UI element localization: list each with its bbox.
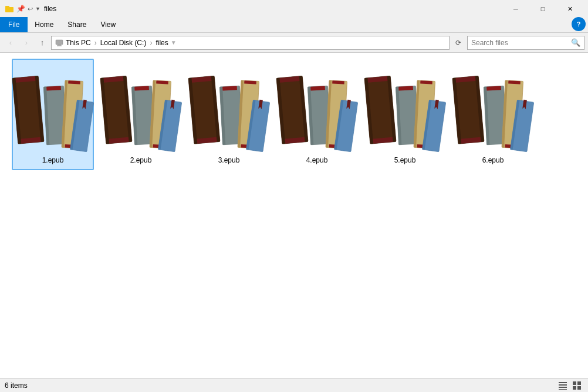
svg-rect-4 xyxy=(57,45,62,46)
content-area: CALIBRE Kovid Goyal xyxy=(0,53,588,378)
computer-icon xyxy=(55,39,63,47)
search-icon[interactable]: 🔍 xyxy=(571,38,580,47)
svg-rect-37 xyxy=(134,86,149,91)
svg-rect-16 xyxy=(46,86,61,91)
forward-button[interactable]: › xyxy=(19,36,33,50)
svg-rect-133 xyxy=(559,387,567,388)
tab-home[interactable]: Home xyxy=(28,17,60,32)
file-item[interactable]: CALIBRE Kovid Goyal xyxy=(12,59,94,170)
file-item[interactable]: CALIBRE Kovid Goyal xyxy=(100,59,182,170)
quick-access-undo[interactable]: ↩ xyxy=(28,5,33,13)
breadcrumb: This PC › Local Disk (C:) › files xyxy=(55,39,168,47)
help-button[interactable]: ? xyxy=(572,17,586,31)
svg-rect-62 xyxy=(244,80,256,85)
window-controls: ─ □ ✕ xyxy=(502,0,583,18)
file-grid: CALIBRE Kovid Goyal xyxy=(12,59,576,170)
view-icons xyxy=(556,379,583,392)
details-view-button[interactable] xyxy=(556,379,569,392)
svg-rect-83 xyxy=(332,80,344,85)
file-item[interactable]: CALIBRE Kovid Goyal xyxy=(188,59,270,170)
address-input[interactable]: This PC › Local Disk (C:) › files ▼ xyxy=(51,36,450,50)
file-item[interactable]: CALIBRE Kovid Goyal xyxy=(452,59,534,170)
minimize-button[interactable]: ─ xyxy=(502,0,529,18)
search-box[interactable]: 🔍 xyxy=(467,36,584,50)
tab-view[interactable]: View xyxy=(93,17,123,32)
file-name: 3.epub xyxy=(218,156,240,164)
item-count: 6 items xyxy=(5,381,28,390)
address-bar: ‹ › ↑ This PC › Local Disk (C:) › files … xyxy=(0,33,588,53)
svg-rect-20 xyxy=(68,80,80,85)
refresh-button[interactable]: ⟳ xyxy=(451,36,465,50)
file-name: 4.epub xyxy=(306,156,328,164)
search-input[interactable] xyxy=(471,39,569,47)
svg-rect-138 xyxy=(577,386,581,390)
close-button[interactable]: ✕ xyxy=(556,0,583,18)
svg-rect-131 xyxy=(559,382,567,383)
up-button[interactable]: ↑ xyxy=(35,36,49,50)
title-bar: 📌 ↩ ▼ files ─ □ ✕ xyxy=(0,0,588,18)
maximize-button[interactable]: □ xyxy=(529,0,556,18)
ribbon-tabs: File Home Share View ? xyxy=(0,18,588,33)
main-area: CALIBRE Kovid Goyal xyxy=(0,53,588,378)
crumb-thispc: This PC xyxy=(66,39,91,47)
svg-rect-58 xyxy=(222,86,237,91)
file-item[interactable]: CALIBRE Kovid Goyal xyxy=(276,59,358,170)
large-icons-view-button[interactable] xyxy=(570,379,583,392)
file-name: 5.epub xyxy=(394,156,416,164)
file-name: 1.epub xyxy=(42,156,64,164)
back-button[interactable]: ‹ xyxy=(4,36,18,50)
window-title: files xyxy=(44,5,499,13)
svg-rect-2 xyxy=(56,40,63,45)
svg-rect-137 xyxy=(573,386,576,390)
svg-rect-3 xyxy=(58,45,61,46)
app-icon xyxy=(5,4,14,13)
svg-rect-100 xyxy=(398,86,413,91)
quick-access-pin[interactable]: 📌 xyxy=(16,5,25,13)
svg-rect-1 xyxy=(5,6,9,8)
title-bar-icons: 📌 ↩ ▼ xyxy=(5,4,40,13)
svg-rect-79 xyxy=(310,86,325,91)
window: 📌 ↩ ▼ files ─ □ ✕ File Home Share View ?… xyxy=(0,0,588,392)
crumb-localdisk: Local Disk (C:) xyxy=(100,39,147,47)
crumb-files: files xyxy=(156,39,168,47)
svg-rect-136 xyxy=(577,381,581,385)
svg-rect-41 xyxy=(156,80,168,85)
svg-rect-125 xyxy=(508,80,521,85)
tab-file[interactable]: File xyxy=(0,17,28,32)
quick-access-dropdown[interactable]: ▼ xyxy=(35,6,40,12)
svg-rect-121 xyxy=(486,86,501,91)
file-name: 6.epub xyxy=(482,156,504,164)
file-name: 2.epub xyxy=(130,156,152,164)
svg-rect-0 xyxy=(5,7,13,12)
svg-rect-132 xyxy=(559,384,567,386)
file-item[interactable]: CALIBRE Kovid Goyal xyxy=(364,59,446,170)
svg-rect-135 xyxy=(573,381,576,385)
tab-share[interactable]: Share xyxy=(60,17,93,32)
svg-rect-104 xyxy=(420,80,432,85)
svg-rect-134 xyxy=(559,389,567,390)
status-bar: 6 items xyxy=(0,378,588,392)
